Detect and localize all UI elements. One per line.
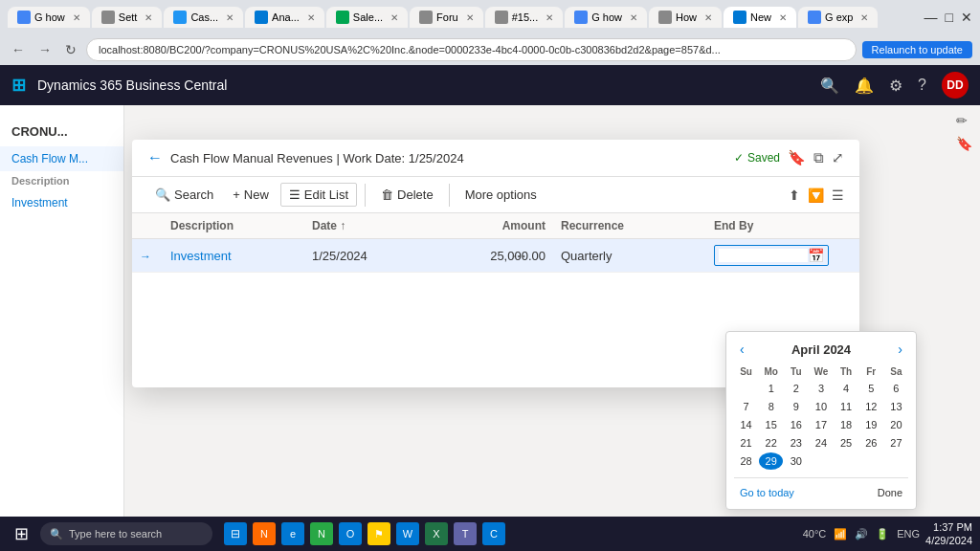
browser-tab-4[interactable]: Ana... ✕ <box>245 7 324 28</box>
end-by-input-container[interactable]: 📅 <box>714 245 829 266</box>
cal-day-29-today[interactable]: 29 <box>759 452 783 470</box>
tab-close[interactable]: ✕ <box>145 12 152 23</box>
list-view-icon[interactable]: ☰ <box>832 187 844 203</box>
bookmark2-icon[interactable]: 🔖 <box>788 149 806 166</box>
cal-day-25[interactable]: 25 <box>835 434 858 452</box>
sidebar-item-investment[interactable]: Investment <box>0 190 123 215</box>
taskbar-icon-vscode[interactable]: C <box>482 522 505 545</box>
taskbar-icon-app4[interactable]: ⚑ <box>368 522 390 545</box>
done-button[interactable]: Done <box>872 484 908 501</box>
settings-icon[interactable]: ⚙ <box>889 77 902 95</box>
edit-icon[interactable]: ✏ <box>956 113 972 128</box>
user-avatar[interactable]: DD <box>942 72 969 99</box>
cal-day-4[interactable]: 4 <box>835 380 858 397</box>
row-end-by[interactable]: 📅 <box>706 239 859 272</box>
taskbar-icon-taskview[interactable]: ⊟ <box>224 522 247 545</box>
row-more-options[interactable]: ⋯ <box>500 239 538 273</box>
cal-day-12[interactable]: 12 <box>859 398 883 415</box>
cal-day-28[interactable]: 28 <box>734 452 758 470</box>
bell-icon[interactable]: 🔔 <box>855 77 874 95</box>
go-to-today-button[interactable]: Go to today <box>734 484 800 501</box>
cal-day-3[interactable]: 3 <box>809 380 833 397</box>
taskbar-search[interactable]: 🔍 Type here to search <box>40 522 212 545</box>
col-header-date[interactable]: Date ↑ <box>304 213 438 238</box>
back-arrow-icon[interactable]: ← <box>147 149 163 166</box>
taskbar-icon-app3[interactable]: O <box>339 522 362 545</box>
close-icon[interactable]: ✕ <box>961 10 972 25</box>
row-description[interactable]: Investment <box>163 243 304 269</box>
browser-tab-7[interactable]: #15... ✕ <box>485 7 564 28</box>
delete-button[interactable]: 🗑 Delete <box>373 184 441 206</box>
expand-icon[interactable]: ⤢ <box>832 149 844 166</box>
cal-day-9[interactable]: 9 <box>784 398 808 415</box>
refresh-button[interactable]: ↻ <box>61 40 80 59</box>
more-options-button[interactable]: More options <box>457 184 545 206</box>
ellipsis-icon[interactable]: ⋯ <box>507 245 530 267</box>
browser-tab-8[interactable]: G how ✕ <box>565 7 647 28</box>
cal-day-15[interactable]: 15 <box>759 416 783 433</box>
search-icon[interactable]: 🔍 <box>820 77 839 95</box>
cal-day-10[interactable]: 10 <box>809 398 833 415</box>
tab-close[interactable]: ✕ <box>630 12 637 23</box>
tab-close[interactable]: ✕ <box>860 12 868 23</box>
cal-day-23[interactable]: 23 <box>784 434 808 452</box>
cal-day-13[interactable]: 13 <box>884 398 908 415</box>
prev-month-button[interactable]: ‹ <box>734 340 750 359</box>
tab-close[interactable]: ✕ <box>546 12 553 23</box>
filter-icon[interactable]: 🔽 <box>808 187 824 203</box>
taskbar-icon-app2[interactable]: N <box>310 522 333 545</box>
tab-close[interactable]: ✕ <box>307 12 315 23</box>
help-icon[interactable]: ? <box>918 77 926 94</box>
taskbar-icon-teams[interactable]: T <box>454 522 477 545</box>
back-button[interactable]: ← <box>8 40 29 59</box>
minimize-icon[interactable]: — <box>924 10 938 25</box>
browser-tab-9[interactable]: How ✕ <box>649 7 722 28</box>
tab-close[interactable]: ✕ <box>704 12 712 23</box>
cal-day-1[interactable]: 1 <box>759 380 783 397</box>
cal-day-18[interactable]: 18 <box>835 416 858 433</box>
tab-close[interactable]: ✕ <box>779 12 787 23</box>
search-button[interactable]: 🔍 Search <box>147 184 221 206</box>
cal-day-21[interactable]: 21 <box>734 434 758 452</box>
cal-day-5[interactable]: 5 <box>859 380 883 397</box>
browser-tab-10-active[interactable]: New ✕ <box>724 7 796 28</box>
edit-list-button[interactable]: ☰ Edit List <box>280 183 357 207</box>
forward-button[interactable]: → <box>34 40 56 59</box>
cal-day-22[interactable]: 22 <box>759 434 783 452</box>
cal-day-6[interactable]: 6 <box>884 380 908 397</box>
browser-tab-5[interactable]: Sale... ✕ <box>326 7 408 28</box>
calendar-icon[interactable]: 📅 <box>808 248 824 263</box>
address-bar[interactable]: localhost:8080/BC200/?company=CRONUS%20U… <box>86 38 857 61</box>
cal-day-8[interactable]: 8 <box>759 398 783 415</box>
start-button[interactable]: ⊞ <box>8 520 34 547</box>
taskbar-icon-app1[interactable]: N <box>253 522 276 545</box>
browser-tab-1[interactable]: G how ✕ <box>8 7 90 28</box>
tab-close[interactable]: ✕ <box>466 12 474 23</box>
cal-day-14[interactable]: 14 <box>734 416 758 433</box>
end-by-date-input[interactable] <box>719 249 808 262</box>
browser-tab-11[interactable]: G exp ✕ <box>798 7 878 28</box>
bookmark-icon[interactable]: 🔖 <box>956 136 972 151</box>
browser-tab-2[interactable]: Sett ✕ <box>92 7 163 28</box>
open-new-icon[interactable]: ⧉ <box>813 149 824 166</box>
next-month-button[interactable]: › <box>892 340 908 359</box>
cal-day-17[interactable]: 17 <box>809 416 833 433</box>
taskbar-icon-edge[interactable]: e <box>281 522 304 545</box>
tab-close[interactable]: ✕ <box>226 12 234 23</box>
cal-day-11[interactable]: 11 <box>835 398 858 415</box>
cal-day-16[interactable]: 16 <box>784 416 808 433</box>
tab-close[interactable]: ✕ <box>390 12 398 23</box>
cal-day-2[interactable]: 2 <box>784 380 808 397</box>
cal-day-20[interactable]: 20 <box>884 416 908 433</box>
taskbar-icon-app5[interactable]: W <box>396 522 419 545</box>
relaunch-button[interactable]: Relaunch to update <box>862 41 972 58</box>
cal-day-19[interactable]: 19 <box>859 416 883 433</box>
sidebar-item-cashflow[interactable]: Cash Flow M... <box>0 146 123 171</box>
cal-day-26[interactable]: 26 <box>859 434 883 452</box>
cal-day-7[interactable]: 7 <box>734 398 758 415</box>
new-button[interactable]: + New <box>225 184 277 206</box>
cal-day-30[interactable]: 30 <box>784 452 808 470</box>
tab-close[interactable]: ✕ <box>73 12 80 23</box>
browser-tab-3[interactable]: Cas... ✕ <box>164 7 243 28</box>
share-icon[interactable]: ⬆ <box>789 187 800 203</box>
